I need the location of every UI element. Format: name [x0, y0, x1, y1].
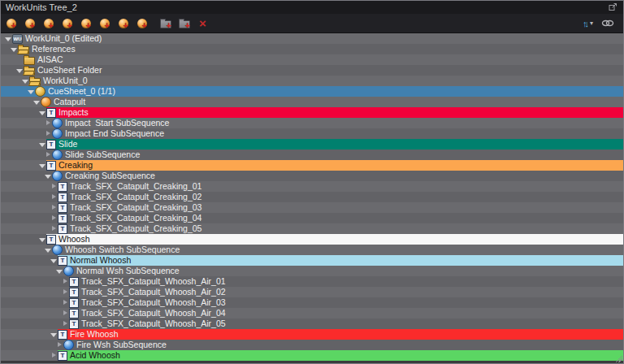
tree-row[interactable]: References [1, 44, 623, 54]
tree-row[interactable]: TTrack_SFX_Catapult_Creaking_04 [1, 213, 623, 223]
tree-row[interactable]: TTrack_SFX_Catapult_Creaking_03 [1, 202, 623, 213]
tree-row-label: Track_SFX_Catapult_Creaking_05 [70, 223, 202, 234]
tree-row-content: Impact Start SubSequence [52, 118, 623, 128]
expander-expanded-icon[interactable] [27, 86, 35, 97]
tree-row[interactable]: Impact Start SubSequence [1, 118, 623, 128]
add-cuesheet-folder-button[interactable]: + [158, 16, 173, 31]
tree-row-content: WUWorkUnit_0 (Edited) [12, 33, 623, 44]
tree-row-content: TTrack_SFX_Catapult_Whoosh_Air_04 [69, 308, 623, 318]
tree-row[interactable]: Normal Wsh SubSequence [1, 266, 623, 276]
cue-add-icon: + [25, 19, 35, 28]
expander-collapsed-icon[interactable] [50, 213, 58, 223]
tree-row-content: TCreaking [46, 160, 623, 171]
link-button[interactable] [600, 16, 615, 31]
add-cue-polyphonic-button[interactable]: + [3, 16, 19, 31]
tree-row[interactable]: TTrack_SFX_Catapult_Whoosh_Air_03 [1, 297, 623, 308]
expander-collapsed-icon[interactable] [50, 223, 58, 234]
tree-row[interactable]: CueSheet_0 (1/1) [1, 86, 623, 97]
tree-row[interactable]: WUWorkUnit_0 (Edited) [1, 33, 623, 44]
tree-row[interactable]: Fire Wsh SubSequence [1, 340, 623, 350]
add-cue-switch-button[interactable]: + [97, 16, 112, 31]
expander-expanded-icon[interactable] [32, 97, 41, 107]
tree-row-content: TTrack_SFX_Catapult_Whoosh_Air_02 [69, 287, 623, 297]
tree-row[interactable]: TTrack_SFX_Catapult_Whoosh_Air_04 [1, 308, 623, 318]
track-icon: T [46, 235, 56, 245]
tree-row-content: TTrack_SFX_Catapult_Creaking_01 [58, 181, 623, 192]
tree-row[interactable]: TFire Whoosh [1, 329, 623, 340]
tree-row[interactable]: TWhoosh [1, 234, 623, 245]
tree-row[interactable]: Impact End SubSequence [1, 128, 623, 139]
expander-expanded-icon[interactable] [4, 33, 12, 44]
expander-collapsed-icon[interactable] [44, 150, 52, 160]
expander-expanded-icon[interactable] [50, 329, 58, 340]
expander-expanded-icon[interactable] [38, 107, 46, 118]
tree-row[interactable]: Catapult [1, 97, 623, 107]
cue-add-icon: + [63, 19, 72, 28]
tree-row-content: TTrack_SFX_Catapult_Creaking_03 [58, 202, 623, 213]
expander-expanded-icon[interactable] [38, 234, 46, 245]
add-folder-button[interactable]: + [176, 16, 192, 31]
expander-collapsed-icon[interactable] [50, 350, 58, 361]
tree-row-content: TWhoosh [46, 234, 623, 245]
expander-collapsed-icon[interactable] [44, 118, 52, 128]
expander-expanded-icon[interactable] [38, 139, 46, 150]
resize-grip[interactable] [615, 355, 622, 362]
tree-row[interactable]: TTrack_SFX_Catapult_Whoosh_Air_01 [1, 276, 623, 287]
expander-collapsed-icon[interactable] [50, 202, 58, 213]
tree-row-content: TTrack_SFX_Catapult_Whoosh_Air_03 [69, 297, 623, 308]
add-cue-random-button[interactable]: + [59, 16, 75, 31]
expander-expanded-icon[interactable] [55, 266, 63, 276]
expander-collapsed-icon[interactable] [61, 297, 69, 308]
expander-collapsed-icon[interactable] [55, 340, 63, 350]
tree-row[interactable]: Creaking SubSequence [1, 171, 623, 181]
tree-row[interactable]: Whoosh Switch SubSequence [1, 245, 623, 255]
expander-collapsed-icon[interactable] [50, 192, 58, 202]
plus-badge-icon: + [124, 22, 128, 30]
track-icon: T [58, 182, 67, 192]
tree-row-content: Slide SubSequence [52, 150, 623, 160]
subsequence-icon [52, 118, 63, 128]
tree-row[interactable]: CueSheet Folder [1, 65, 623, 76]
sort-order-button[interactable]: ↑↓▾ [581, 16, 596, 31]
expander-collapsed-icon[interactable] [44, 128, 52, 139]
expander-collapsed-icon[interactable] [61, 308, 69, 318]
tree-row-content: WorkUnit_0 [29, 76, 623, 86]
subsequence-icon [63, 266, 74, 276]
tree-row[interactable]: TTrack_SFX_Catapult_Creaking_02 [1, 192, 623, 202]
tree-row[interactable]: AISAC [1, 54, 623, 65]
plus-badge-icon: + [67, 22, 72, 30]
tree-row[interactable]: TCreaking [1, 160, 623, 171]
expander-collapsed-icon[interactable] [61, 318, 69, 329]
track-icon: T [58, 351, 67, 361]
expander-collapsed-icon[interactable] [61, 276, 69, 287]
tree-row[interactable]: TAcid Whoosh [1, 350, 623, 361]
tree-row[interactable]: TTrack_SFX_Catapult_Creaking_01 [1, 181, 623, 192]
add-cue-shuffle-button[interactable]: + [41, 16, 56, 31]
workunits-tree: WUWorkUnit_0 (Edited)ReferencesAISACCueS… [1, 33, 623, 363]
expander-collapsed-icon[interactable] [61, 287, 69, 297]
tree-row[interactable]: TImpacts [1, 107, 623, 118]
expander-expanded-icon[interactable] [38, 160, 46, 171]
tree-row[interactable]: TTrack_SFX_Catapult_Whoosh_Air_02 [1, 287, 623, 297]
expander-expanded-icon[interactable] [44, 245, 52, 255]
add-cue-random-norepeat-button[interactable]: + [78, 16, 93, 31]
tree-row-label: References [32, 44, 76, 54]
expander-collapsed-icon[interactable] [50, 181, 58, 192]
cue-add-icon: + [81, 19, 91, 28]
delete-button[interactable]: × [195, 16, 210, 31]
expander-expanded-icon[interactable] [44, 171, 52, 181]
tree-row-content: TFire Whoosh [58, 329, 623, 340]
tree-row[interactable]: TTrack_SFX_Catapult_Whoosh_Air_05 [1, 318, 623, 329]
tree-row-content: Fire Wsh SubSequence [63, 340, 623, 350]
tree-row[interactable]: TTrack_SFX_Catapult_Creaking_05 [1, 223, 623, 234]
tree-row[interactable]: TSlide [1, 139, 623, 150]
tree-row-content: Creaking SubSequence [52, 171, 623, 181]
add-cue-track-button[interactable]: + [134, 16, 150, 31]
track-icon: T [46, 161, 56, 171]
expander-expanded-icon[interactable] [50, 255, 58, 266]
tree-row[interactable]: TNormal Whoosh [1, 255, 623, 266]
tree-row[interactable]: WorkUnit_0 [1, 76, 623, 86]
tree-row[interactable]: Slide SubSequence [1, 150, 623, 160]
add-cue-combo-sequential-button[interactable]: + [115, 16, 131, 31]
add-cue-sequential-button[interactable]: + [22, 16, 37, 31]
